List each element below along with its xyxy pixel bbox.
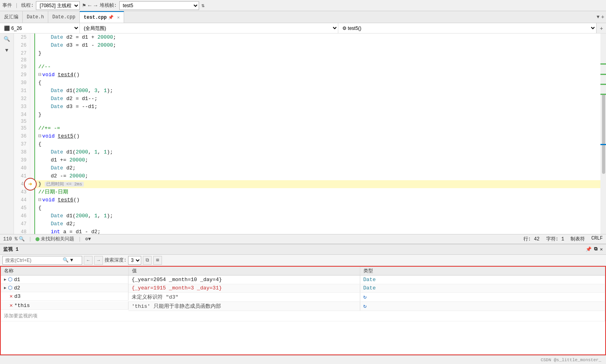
line-content: Date d1(2000, 3, 1); — [35, 87, 600, 95]
zoom-control[interactable]: 110 % 🔍 — [3, 236, 25, 242]
tab-bar-down-icon[interactable]: ▼ — [596, 14, 599, 20]
watch-row-name: ✕ d3 — [1, 292, 128, 301]
watch-row[interactable]: ▶⬡ d2{_year=1915 _month=3 _day=31}Date — [1, 284, 605, 292]
search-sidebar-icon[interactable]: 🔍 — [3, 35, 11, 43]
tab-bar-add-icon[interactable]: + — [601, 14, 604, 20]
toolbar-sep1: | — [15, 3, 18, 8]
watch-row-value: {_year=1915 _month=3 _day=31} — [128, 284, 360, 292]
scope-select[interactable]: ⬛ 6_26 — [0, 23, 80, 33]
watch-search-input[interactable] — [5, 258, 61, 263]
watch-row-type: ↻ — [360, 292, 605, 301]
tab-disasm[interactable]: 反汇编 — [0, 11, 23, 23]
line-content: //+= -= — [35, 124, 600, 132]
line-gutter: ➜ — [30, 180, 35, 188]
scrollbar-marker-5 — [600, 94, 606, 95]
line-content: Date d1(2000, 1, 1); — [35, 212, 600, 220]
line-number: 33 — [14, 103, 30, 111]
line-number: 45 — [14, 204, 30, 212]
line-gutter — [30, 228, 35, 234]
tab-test-cpp[interactable]: test.cpp 📌 ✕ — [80, 11, 124, 23]
footer: CSDN @s_little_monster_ — [0, 355, 606, 364]
scrollbar-marker-2 — [600, 144, 606, 145]
function-select[interactable]: ⚙ test5() — [338, 23, 597, 33]
sidebar-down-icon[interactable]: ▼ — [3, 46, 11, 54]
footer-text: CSDN @s_little_monster_ — [541, 358, 601, 362]
watch-row-name: ▶⬡ d1 — [1, 275, 128, 284]
row-info: 行: 42 — [523, 236, 540, 242]
watch-copy-btn[interactable]: ⧉ — [143, 256, 152, 265]
line-content: int a = d1 - d2; — [35, 228, 600, 234]
line-gutter — [30, 71, 35, 79]
right-scrollbar[interactable] — [600, 33, 606, 234]
line-gutter — [30, 33, 35, 41]
watch-close-btn[interactable]: ✕ — [600, 246, 603, 252]
line-number: 38 — [14, 148, 30, 156]
scrollbar-marker-1 — [600, 63, 606, 65]
watch-toolbar: 🔍 ▼ ← → 搜索深度: 3 1 2 4 5 ⧉ ⊞ — [0, 255, 606, 266]
scrollbar-thumb[interactable] — [602, 94, 605, 174]
line-gutter — [30, 132, 35, 140]
status-right: 行: 42 字符: 1 制表符 CRLF — [523, 236, 603, 242]
watch-row-type: Date — [360, 284, 605, 292]
tab-date-h[interactable]: Date.h — [23, 11, 48, 23]
line-content: Date d2; — [35, 164, 600, 172]
tab-date-cpp[interactable]: Date.cpp — [48, 11, 80, 23]
line-gutter — [30, 124, 35, 132]
watch-search-box[interactable]: 🔍 ▼ — [2, 256, 82, 265]
add-watch-row[interactable]: 添加要监视的项 — [1, 311, 605, 321]
line-gutter — [30, 119, 35, 124]
main-toolbar: 事件 | 线程: [70852] 主线程 ⚑ ← → 堆栈帧: test5 ⇅ — [0, 0, 606, 11]
location-add-btn[interactable]: + — [596, 23, 606, 33]
watch-depth-label: 搜索深度: — [105, 257, 126, 264]
line-gutter — [30, 49, 35, 57]
tab-bar: 反汇编 Date.h Date.cpp test.cpp 📌 ✕ ▼ + — [0, 11, 606, 23]
tab-info: 制表符 — [570, 236, 585, 242]
line-number: 30 — [14, 79, 30, 87]
line-number: 44 — [14, 196, 30, 204]
tab-close-btn[interactable]: ✕ — [117, 15, 120, 20]
watch-row-name: ✕ *this — [1, 301, 128, 310]
code-editor[interactable]: 25 Date d2 = d1 + 20000;26 Date d3 = d1 … — [14, 33, 600, 234]
line-content: ⊟void test4() — [35, 71, 600, 79]
watch-nav-back[interactable]: ← — [84, 256, 93, 265]
thread-label: 线程: — [21, 2, 34, 9]
line-content: //日期-日期 — [35, 188, 600, 196]
watch-row[interactable]: ▶⬡ d1{_year=2054 _month=10 _day=4}Date — [1, 275, 605, 284]
line-content: { — [35, 140, 600, 148]
line-content: Date d3 = d1 - 20000; — [35, 41, 600, 49]
line-content — [35, 119, 600, 124]
watch-search-dropdown[interactable]: ▼ — [70, 258, 73, 263]
line-content: } — [35, 111, 600, 119]
stack-select[interactable]: test5 — [119, 1, 199, 10]
watch-row[interactable]: ✕ *this'this' 只能用于非静态成员函数内部↻ — [1, 301, 605, 311]
forward-icon: → — [94, 2, 97, 9]
settings-icon: ⚙▼ — [85, 236, 91, 242]
line-gutter — [30, 63, 35, 71]
watch-pin-btn[interactable]: 📌 — [586, 246, 592, 252]
watch-nav-forward[interactable]: → — [94, 256, 103, 265]
line-number: 27 — [14, 49, 30, 57]
status-text: 未找到相关问题 — [41, 236, 74, 242]
back-icon: ← — [88, 2, 91, 9]
left-sidebar: 🔍 ▼ — [0, 33, 14, 234]
namespace-select[interactable]: (全局范围) — [80, 23, 338, 33]
settings-btn[interactable]: ⚙▼ — [85, 236, 91, 242]
encoding-info: CRLF — [591, 236, 603, 242]
watch-row[interactable]: ✕ d3未定义标识符 "d3"↻ — [1, 292, 605, 301]
watch-depth-select[interactable]: 3 1 2 4 5 — [128, 256, 141, 265]
line-gutter — [30, 87, 35, 95]
line-content: { — [35, 204, 600, 212]
watch-title: 监视 1 — [3, 246, 18, 253]
scrollbar-marker-4 — [600, 84, 606, 85]
line-content: d1 += 20000; — [35, 156, 600, 164]
watch-header: 监视 1 📌 ⧉ ✕ — [0, 244, 606, 255]
zoom-value: 110 % — [3, 236, 18, 242]
line-content: Date d1(2000, 1, 1); — [35, 148, 600, 156]
watch-expand-btn[interactable]: ⊞ — [153, 256, 162, 265]
line-gutter — [30, 148, 35, 156]
watch-float-btn[interactable]: ⧉ — [594, 246, 598, 252]
watch-row-type: ↻ — [360, 301, 605, 311]
thread-select[interactable]: [70852] 主线程 — [36, 1, 80, 10]
tab-date-cpp-label: Date.cpp — [52, 14, 75, 20]
line-gutter — [30, 103, 35, 111]
